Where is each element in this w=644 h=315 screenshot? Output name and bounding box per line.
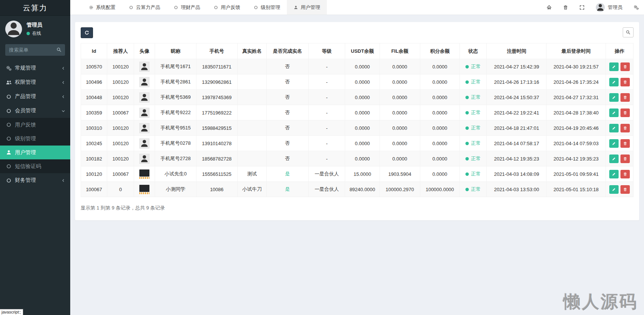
cell-actions [606,136,633,151]
tab-label: 系统配置 [96,4,115,11]
sidebar-search-input[interactable] [5,44,65,56]
nav-tabs: 系统配置云算力产品理财产品用户反馈级别管理用户管理 [82,0,327,15]
cell-level: 一星合伙人 [309,182,345,197]
sidebar-item-members[interactable]: 会员管理 [0,104,70,118]
sidebar-user-status: 在线 [27,30,42,37]
column-header: 头像 [134,43,155,59]
delete-button[interactable] [620,108,630,117]
tab-system-config[interactable]: 系统配置 [82,0,122,15]
home-icon[interactable] [547,5,552,10]
status-badge: 正常 [465,140,481,147]
cell-actions [606,182,633,197]
user-avatar-icon [596,3,605,12]
delete-button[interactable] [620,124,630,132]
tab-user-feedback[interactable]: 用户反馈 [207,0,247,15]
cell-reg_time: 2021-04-03 14:08:09 [487,166,547,182]
status-badge: 正常 [465,125,481,131]
delete-button[interactable] [620,170,630,178]
cell-referrer: 100067 [107,105,134,120]
sidebar-item-finance[interactable]: 财务管理 [0,173,70,187]
tab-label: 理财产品 [181,4,200,11]
sidebar-user-name: 管理员 [27,22,42,28]
sidebar-item-permissions[interactable]: 权限管理 [0,75,70,89]
sidebar-item-level-management[interactable]: 级别管理 [0,132,70,146]
hamburger-icon[interactable] [72,0,82,15]
circle-icon [6,163,12,169]
edit-button[interactable] [609,170,619,178]
sidebar-item-sms-code[interactable]: 短信验证码 [0,159,70,173]
pencil-icon [612,65,616,69]
sidebar-item-user-management[interactable]: 用户管理 [0,146,70,159]
edit-button[interactable] [609,185,619,194]
chevron-left-icon [61,178,65,183]
table-row: 1000670小测同学10086小试牛刀是一星合伙人89240.00001000… [81,182,634,197]
avatar-placeholder-icon [139,92,149,103]
refresh-button[interactable] [81,27,93,38]
cell-avatar [134,74,155,90]
cell-verified: 否 [266,74,308,90]
column-header: 等级 [309,43,345,59]
fullscreen-icon[interactable] [579,5,585,10]
sidebar-item-user-feedback[interactable]: 用户反馈 [0,118,70,132]
circle-icon [6,122,12,128]
table-row: 100120100067小试先生015556511525测试是一星合伙人15.0… [81,166,634,182]
cell-id: 100245 [81,136,107,151]
cell-id: 100448 [81,90,107,105]
tab-level-management[interactable]: 级别管理 [247,0,287,15]
delete-button[interactable] [620,185,630,194]
delete-button[interactable] [620,155,630,163]
edit-button[interactable] [609,155,619,163]
search-icon [56,47,62,52]
trash-icon[interactable] [563,5,568,10]
sidebar-item-general[interactable]: 常规管理 [0,61,70,75]
trash-icon [623,111,627,115]
status-label: 正常 [471,94,481,101]
cell-actions [606,166,633,182]
search-icon [626,30,631,35]
column-header: 积分余额 [420,43,459,59]
content-area: Id推荐人头像昵称手机号真实姓名是否完成实名等级USDT余额FIL余额积分余额状… [70,15,644,227]
navbar-user-name: 管理员 [608,4,622,11]
cell-realname [237,120,266,136]
delete-button[interactable] [620,78,630,86]
cell-level: - [309,136,345,151]
delete-button[interactable] [620,62,630,71]
sidebar-item-label: 产品管理 [15,93,36,100]
edit-button[interactable] [609,78,619,86]
circle-icon [174,5,178,10]
cell-referrer: 100120 [107,90,134,105]
edit-button[interactable] [609,139,619,148]
cell-realname: 测试 [237,166,266,182]
cell-last_login: 2021-04-30 19:21:57 [547,59,606,74]
tab-label: 用户管理 [301,4,320,11]
cell-status: 正常 [459,136,486,151]
edit-button[interactable] [609,93,619,102]
circle-icon [6,136,12,141]
cell-realname [237,90,266,105]
sidebar-item-products[interactable]: 产品管理 [0,89,70,104]
edit-button[interactable] [609,62,619,71]
cell-level: - [309,74,345,90]
delete-button[interactable] [620,139,630,148]
navbar-user-menu[interactable]: 管理员 [596,3,622,12]
edit-button[interactable] [609,108,619,117]
cell-fil: 0.0000 [380,120,420,136]
status-dot-icon [465,172,469,176]
cell-level: - [309,90,345,105]
tab-user-management[interactable]: 用户管理 [287,0,327,15]
edit-button[interactable] [609,124,619,132]
cell-phone: 13910140278 [196,136,237,151]
cell-avatar [134,59,155,74]
verified-value: 否 [285,156,290,161]
table-search-button[interactable] [623,27,634,37]
row-actions [609,62,630,71]
delete-button[interactable] [620,93,630,102]
status-dot-icon [465,80,469,84]
table-row: 100496100120手机尾号286113290962861否-0.00000… [81,74,634,90]
table-toolbar [81,27,634,38]
cell-realname [237,105,266,120]
pencil-icon [612,172,616,176]
tab-finance-products[interactable]: 理财产品 [167,0,207,15]
gears-icon[interactable] [634,5,639,10]
tab-cloud-products[interactable]: 云算力产品 [122,0,167,15]
